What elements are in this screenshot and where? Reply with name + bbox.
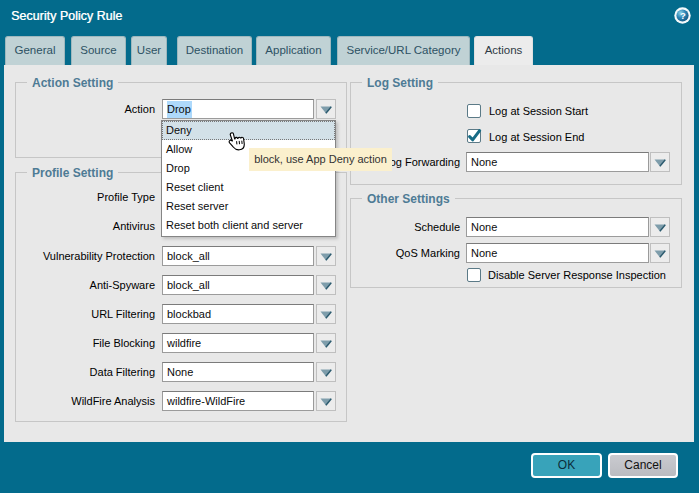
svg-text:?: ? (680, 10, 686, 21)
